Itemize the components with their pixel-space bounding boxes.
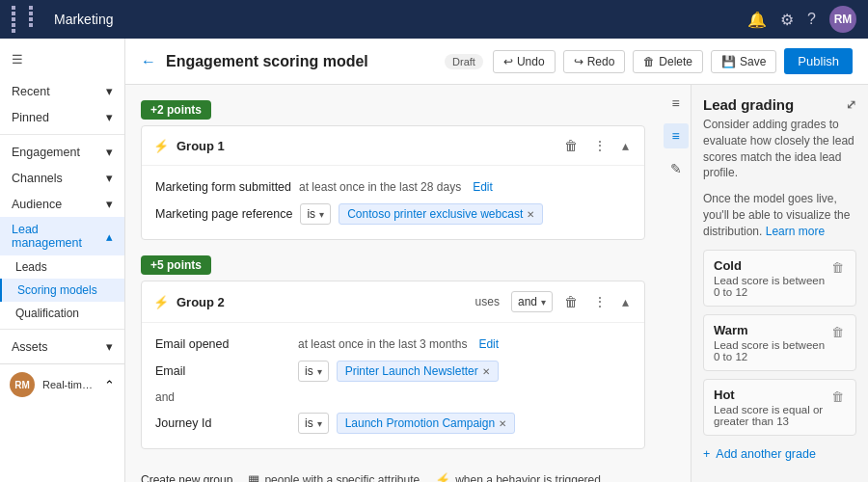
main-area: ← Engagement scoring model Draft ↩ Undo … (125, 39, 868, 482)
sidebar-item-recent[interactable]: Recent ▾ (0, 78, 124, 104)
condition-label: Email opened (155, 337, 290, 351)
redo-button[interactable]: ↪ Redo (563, 50, 626, 73)
condition-desc: at least once in the last 28 days (299, 180, 461, 194)
condition-row-2: Email opened at least once in the last 3… (155, 333, 631, 356)
app-grid-icon (12, 6, 44, 33)
sidebar-child-leads[interactable]: Leads (0, 255, 124, 279)
tag-remove-button[interactable]: ✕ (482, 366, 490, 377)
create-group-behavior-option[interactable]: ⚡ when a behavior is triggered (435, 472, 601, 482)
grade-info: Cold Lead score is between 0 to 12 (714, 258, 829, 298)
field-operator-select[interactable]: is ▾ (300, 203, 331, 225)
help-icon[interactable]: ? (807, 11, 816, 28)
condition-desc: at least once in the last 3 months (298, 337, 467, 351)
panel-title: Lead grading ⤢ (703, 96, 856, 113)
sidebar-item-engagement[interactable]: Engagement ▾ (0, 139, 124, 165)
field1-operator-select[interactable]: is ▾ (298, 361, 329, 382)
panel-icon-bar: ≡ ≡ ✎ (661, 85, 692, 482)
group1-actions: 🗑 ⋮ ▴ (560, 136, 633, 155)
group2-section: +5 points ⚡ Group 2 uses and ▾ 🗑 (141, 255, 645, 449)
header-bar: ← Engagement scoring model Draft ↩ Undo … (125, 39, 868, 85)
notification-icon[interactable]: 🔔 (747, 11, 767, 29)
condition-row-1: Marketing form submitted at least once i… (155, 175, 631, 199)
group2-points-badge: +5 points (141, 255, 211, 275)
sidebar-hamburger[interactable]: ☰ (0, 44, 124, 74)
panel-icon-list[interactable]: ≡ (664, 91, 689, 116)
user-avatar[interactable]: RM (829, 6, 856, 33)
grade-card-cold: Cold Lead score is between 0 to 12 🗑 (703, 250, 856, 307)
sidebar-item-lead-management[interactable]: Lead management ▴ (0, 217, 124, 255)
sidebar-item-audience[interactable]: Audience ▾ (0, 191, 124, 217)
grade-delete-button[interactable]: 🗑 (829, 258, 846, 277)
chevron-down-icon: ▾ (317, 366, 322, 377)
group2-more-button[interactable]: ⋮ (589, 292, 610, 311)
group1-more-button[interactable]: ⋮ (589, 136, 610, 155)
chevron-up-icon: ▴ (106, 229, 113, 244)
workspace-label: Real-time marketi... (42, 379, 96, 390)
sidebar-item-assets[interactable]: Assets ▾ (0, 334, 124, 360)
grade-delete-button[interactable]: 🗑 (829, 323, 846, 341)
expand-icon[interactable]: ⤢ (846, 97, 856, 112)
group2-delete-button[interactable]: 🗑 (560, 292, 582, 311)
tag-remove-button[interactable]: ✕ (527, 209, 534, 220)
group1-header: ⚡ Group 1 🗑 ⋮ ▴ (142, 126, 644, 166)
behavior-option-label: when a behavior is triggered (455, 473, 601, 483)
settings-icon[interactable]: ⚙ (780, 11, 794, 29)
chevron-down-icon: ▾ (106, 171, 113, 185)
editor-area: +2 points ⚡ Group 1 🗑 ⋮ ▴ (125, 85, 661, 482)
condition-edit-button[interactable]: Edit (478, 337, 499, 351)
field2-value-tag: Launch Promotion Campaign ✕ (337, 413, 515, 434)
panel-icon-grade[interactable]: ≡ (664, 123, 689, 148)
sidebar-section: Recent ▾ Pinned ▾ Engagement ▾ Channels … (0, 74, 124, 363)
sidebar-item-label: Recent (12, 85, 50, 98)
grade-info: Hot Lead score is equal or greater than … (714, 388, 829, 427)
sidebar-item-channels[interactable]: Channels ▾ (0, 165, 124, 191)
workspace-avatar: RM (10, 372, 35, 397)
tag-remove-button[interactable]: ✕ (499, 418, 506, 429)
plus-icon: + (703, 447, 710, 461)
undo-icon: ↩ (503, 55, 513, 68)
sidebar-item-label: Engagement (12, 146, 80, 159)
group2-actions: 🗑 ⋮ ▴ (560, 292, 633, 311)
group-trigger-icon: ⚡ (153, 139, 169, 153)
sidebar-child-scoring-models[interactable]: Scoring models (0, 279, 124, 302)
group1-delete-button[interactable]: 🗑 (560, 136, 582, 155)
learn-more-link[interactable]: Learn more (766, 225, 825, 238)
add-grade-button[interactable]: + Add another grade (703, 443, 856, 465)
grade-info: Warm Lead score is between 0 to 12 (714, 323, 829, 362)
and-label: and (155, 387, 631, 408)
group1-collapse-button[interactable]: ▴ (618, 136, 633, 155)
field-row-1: Marketing page reference is ▾ Contoso pr… (155, 199, 631, 229)
right-wrapper: ≡ ≡ ✎ Lead grading ⤢ Consider adding gra… (661, 85, 868, 482)
panel-desc-2: Once the model goes live, you'll be able… (703, 191, 856, 239)
sidebar-item-pinned[interactable]: Pinned ▾ (0, 104, 124, 130)
delete-button[interactable]: 🗑 Delete (633, 50, 703, 73)
field2-operator-select[interactable]: is ▾ (298, 413, 329, 434)
sidebar-item-label: Pinned (12, 111, 49, 124)
panel-desc-1: Consider adding grades to evaluate how c… (703, 117, 856, 181)
chevron-down-icon: ▾ (106, 84, 113, 98)
sidebar-bottom[interactable]: RM Real-time marketi... ⌃ (0, 363, 124, 405)
chevron-down-icon: ▾ (541, 297, 546, 308)
grade-delete-button[interactable]: 🗑 (829, 388, 846, 406)
sidebar-child-qualification[interactable]: Qualification (0, 302, 124, 325)
publish-button[interactable]: Publish (784, 48, 853, 74)
condition-edit-button[interactable]: Edit (473, 180, 493, 194)
trash-icon: 🗑 (643, 55, 655, 68)
behavior-icon: ⚡ (435, 472, 450, 482)
panel-icon-edit[interactable]: ✎ (664, 156, 689, 181)
field-value-tag: Contoso printer exclusive webcast ✕ (339, 203, 543, 225)
group2-uses-label: uses (475, 295, 500, 308)
create-group-area: Create new group ▦ people with a specifi… (141, 465, 645, 482)
back-button[interactable]: ← (141, 53, 156, 70)
sidebar-item-label: Channels (12, 172, 63, 185)
panel-title-icons: ⤢ (846, 97, 856, 112)
group2-collapse-button[interactable]: ▴ (618, 292, 633, 311)
group1-body: Marketing form submitted at least once i… (142, 166, 644, 239)
group2-operator-select[interactable]: and ▾ (511, 291, 553, 312)
field-label: Journey Id (155, 416, 290, 430)
attribute-option-label: people with a specific attribute (264, 473, 420, 483)
undo-button[interactable]: ↩ Undo (493, 50, 556, 73)
create-group-attribute-option[interactable]: ▦ people with a specific attribute (248, 472, 420, 482)
save-button[interactable]: 💾 Save (711, 50, 776, 73)
sidebar-item-label: Lead management (12, 223, 106, 250)
